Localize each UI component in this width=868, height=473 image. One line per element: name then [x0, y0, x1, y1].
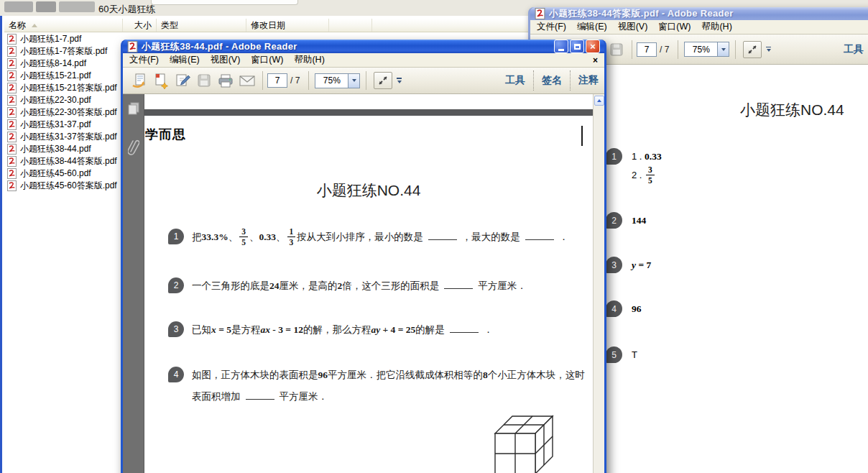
menu-view[interactable]: 视图(V)	[211, 54, 241, 66]
folder-path-label: 60天小题狂练	[98, 3, 155, 16]
save-icon[interactable]	[607, 40, 626, 59]
column-header-modified[interactable]: 修改日期	[246, 19, 329, 32]
close-button[interactable]: ×	[586, 40, 600, 53]
question-item: 4 如图，正方体木块的表面积是96平方厘米．把它沿线截成体积相等的8个小正方体木…	[168, 364, 588, 408]
pdf-file-icon	[7, 168, 17, 179]
titlebar[interactable]: 小题狂练38-44答案版.pdf - Adobe Reader	[530, 7, 868, 20]
paperclip-attachment-icon[interactable]	[128, 137, 139, 159]
menu-edit[interactable]: 编辑(E)	[577, 21, 607, 33]
menu-file[interactable]: 文件(F)	[537, 21, 566, 33]
answer-number-bubble: 2	[606, 212, 622, 229]
sign-pen-icon[interactable]	[173, 71, 192, 90]
pdf-app-icon	[535, 8, 545, 19]
toolbar-dotted-separator	[570, 70, 571, 91]
censored-path-block	[4, 1, 33, 12]
menu-window[interactable]: 窗口(W)	[251, 54, 283, 66]
question-text: 如图，正方体木块的表面积是96平方厘米．把它沿线截成体积相等的8个小正方体木块，…	[192, 364, 588, 408]
page-total-label: / 7	[660, 45, 669, 55]
zoom-combo[interactable]: 75%	[684, 42, 729, 57]
menu-help[interactable]: 帮助(H)	[701, 21, 731, 33]
column-header-type[interactable]: 类型	[157, 19, 246, 32]
answers-doc-title: 小题狂练NO.44	[740, 100, 844, 120]
censored-path-block	[59, 1, 95, 12]
pdf-file-icon	[7, 107, 17, 118]
pdf-file-icon	[7, 144, 17, 155]
zoom-dropdown-icon[interactable]	[348, 73, 360, 88]
comment-panel-button[interactable]: 注释	[578, 74, 599, 87]
toolbar-close-icon[interactable]: ×	[593, 56, 598, 65]
answer-item: 1 1 . 0.332 . 35	[606, 147, 662, 185]
menu-view[interactable]: 视图(V)	[618, 21, 648, 33]
answer-item: 4 96	[606, 300, 642, 318]
screen: 60天小题狂练 名称 大小 类型 修改日期 小题狂练1-7.pdf 小题狂练1-…	[0, 0, 868, 473]
titlebar[interactable]: 小题狂练38-44.pdf - Adobe Reader ×	[123, 40, 604, 53]
menu-file[interactable]: 文件(F)	[129, 54, 159, 66]
column-header-size[interactable]: 大小	[123, 19, 157, 32]
print-icon[interactable]	[216, 71, 235, 90]
menu-help[interactable]: 帮助(H)	[294, 54, 324, 66]
answer-item: 3 y = 7	[606, 256, 651, 275]
page-break-band	[144, 109, 593, 116]
answer-text: 144	[632, 211, 646, 230]
sort-ascending-icon	[32, 24, 37, 27]
page-number-input[interactable]	[637, 42, 657, 57]
toolbar: / 7 75% 工具 签名 注释	[123, 68, 604, 94]
scroll-up-icon[interactable]	[594, 96, 604, 106]
pdf-file-icon	[7, 70, 17, 81]
menu-window[interactable]: 窗口(W)	[658, 21, 691, 33]
toolbar-separator	[262, 71, 263, 90]
vertical-scrollbar[interactable]	[593, 94, 604, 473]
menu-bar: 文件(F) 编辑(E) 视图(V) 窗口(W) 帮助(H) ×	[123, 53, 604, 68]
minimize-button[interactable]	[554, 40, 568, 53]
toolbar-more-icon[interactable]	[766, 47, 771, 52]
create-pdf-icon[interactable]	[152, 71, 170, 90]
pdf-file-icon	[7, 34, 17, 45]
answer-text: T	[632, 346, 637, 364]
window-title: 小题狂练38-44.pdf - Adobe Reader	[142, 40, 297, 53]
sign-panel-button[interactable]: 签名	[542, 74, 562, 87]
fit-page-icon[interactable]	[374, 72, 392, 89]
pdf-file-icon	[7, 180, 17, 191]
email-icon[interactable]	[238, 71, 257, 90]
toolbar-separator	[735, 40, 736, 59]
question-text: 已知x = 5是方程ax - 3 = 12的解，那么方程ay + 4 = 25的…	[192, 319, 588, 341]
zoom-combo[interactable]: 75%	[315, 73, 360, 88]
toolbar-more-icon[interactable]	[397, 78, 402, 83]
tools-panel-button[interactable]: 工具	[844, 43, 864, 56]
cube-figure	[488, 408, 560, 473]
answer-text: y = 7	[632, 256, 651, 275]
answer-number-bubble: 3	[606, 257, 622, 273]
page-edge-mark	[581, 126, 583, 146]
toolbar-separator	[632, 40, 632, 59]
pdf-file-icon	[7, 58, 17, 69]
answer-text: 96	[632, 300, 642, 318]
question-item: 2 一个三角形的底是24厘米，是高的2倍，这个三形的面积是平方厘米．	[168, 275, 588, 297]
window-title: 小题狂练38-44答案版.pdf - Adobe Reader	[549, 7, 734, 20]
toolbar-separator	[308, 71, 309, 90]
question-text: 一个三角形的底是24厘米，是高的2倍，这个三形的面积是平方厘米．	[192, 275, 588, 297]
zoom-value: 75%	[684, 42, 717, 57]
toolbar-separator	[366, 71, 366, 90]
pdf-file-icon	[7, 119, 17, 130]
answer-item: 2 144	[606, 211, 646, 230]
answer-number-bubble: 5	[606, 346, 622, 363]
column-header-pad	[329, 19, 372, 32]
question-item: 1 把33.3%、35、0.33、13按从大到小排序，最小的数是，最大的数是．	[168, 226, 588, 248]
open-icon[interactable]	[130, 71, 149, 90]
zoom-dropdown-icon[interactable]	[717, 42, 729, 57]
page-number-input[interactable]	[267, 73, 287, 88]
menu-edit[interactable]: 编辑(E)	[170, 54, 200, 66]
pdf-app-icon	[127, 41, 138, 52]
maximize-button[interactable]	[570, 40, 584, 53]
answer-text: 1 . 0.332 . 35	[632, 147, 662, 185]
page-thumbnails-icon[interactable]	[127, 101, 140, 119]
menu-bar: 文件(F) 编辑(E) 视图(V) 窗口(W) 帮助(H)	[530, 20, 868, 35]
column-header-name[interactable]: 名称	[4, 19, 123, 32]
zoom-value: 75%	[315, 73, 348, 88]
pdf-file-icon	[7, 83, 17, 93]
fit-page-icon[interactable]	[743, 41, 762, 58]
save-icon[interactable]	[195, 71, 213, 90]
tools-panel-button[interactable]: 工具	[505, 74, 525, 87]
pdf-page-questions: 学而思 小题狂练NO.44 1 把33.3%、35、0.33、13按从大到小排序…	[144, 94, 593, 473]
question-number-bubble: 3	[168, 321, 184, 337]
